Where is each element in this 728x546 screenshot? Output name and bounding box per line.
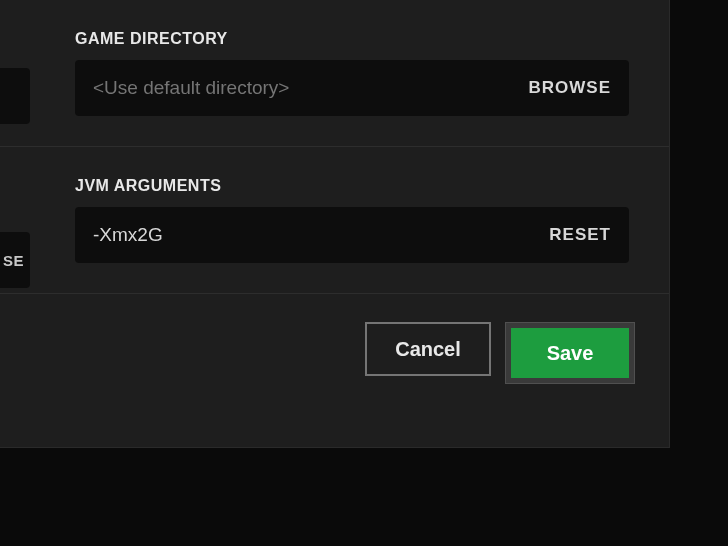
cancel-button[interactable]: Cancel bbox=[365, 322, 491, 376]
jvm-arguments-section: JVM ARGUMENTS RESET bbox=[0, 147, 669, 294]
browse-button[interactable]: BROWSE bbox=[529, 78, 612, 98]
game-directory-row: BROWSE bbox=[75, 60, 629, 116]
game-directory-input[interactable] bbox=[93, 77, 529, 99]
reset-button[interactable]: RESET bbox=[549, 225, 611, 245]
game-directory-label: GAME DIRECTORY bbox=[75, 30, 629, 48]
dialog-buttons: Cancel Save bbox=[0, 294, 669, 384]
save-button[interactable]: Save bbox=[511, 328, 629, 378]
jvm-arguments-label: JVM ARGUMENTS bbox=[75, 177, 629, 195]
save-button-highlight: Save bbox=[505, 322, 635, 384]
partial-input-stub bbox=[0, 68, 30, 124]
game-directory-section: GAME DIRECTORY BROWSE bbox=[0, 0, 669, 147]
jvm-arguments-input[interactable] bbox=[93, 224, 549, 246]
partial-button-stub: SE bbox=[0, 232, 30, 288]
jvm-arguments-row: RESET bbox=[75, 207, 629, 263]
settings-dialog: SE GAME DIRECTORY BROWSE JVM ARGUMENTS R… bbox=[0, 0, 670, 448]
